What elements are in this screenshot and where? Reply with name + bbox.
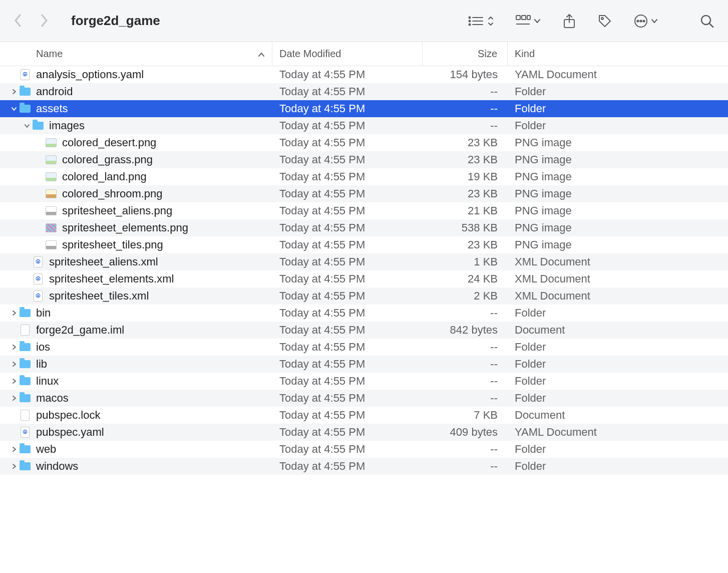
file-size: -- [423, 305, 508, 322]
disclosure-triangle[interactable] [9, 362, 19, 367]
file-row[interactable]: colored_grass.pngToday at 4:55 PM23 KBPN… [0, 151, 728, 168]
file-row[interactable]: assetsToday at 4:55 PM--Folder [0, 100, 728, 117]
disclosure-triangle[interactable] [9, 106, 19, 111]
svg-point-16 [643, 20, 644, 22]
file-row[interactable]: ⦿spritesheet_tiles.xmlToday at 4:55 PM2 … [0, 288, 728, 305]
back-button[interactable] [14, 14, 23, 28]
folder-icon [19, 103, 31, 115]
file-name: colored_shroom.png [62, 185, 163, 202]
image-icon [45, 239, 57, 251]
search-button[interactable] [700, 14, 714, 28]
file-date: Today at 4:55 PM [272, 441, 423, 458]
chevron-right-icon [40, 14, 48, 27]
file-kind: YAML Document [508, 424, 728, 441]
document-icon [19, 409, 31, 421]
file-name: colored_desert.png [62, 134, 156, 151]
file-row[interactable]: ⦿spritesheet_elements.xmlToday at 4:55 P… [0, 270, 728, 288]
disclosure-triangle[interactable] [9, 447, 19, 452]
file-row[interactable]: spritesheet_elements.pngToday at 4:55 PM… [0, 219, 728, 236]
folder-icon [19, 443, 31, 455]
disclosure-triangle[interactable] [9, 464, 19, 469]
file-size: 842 bytes [423, 322, 508, 339]
file-kind: XML Document [508, 270, 728, 288]
file-name: pubspec.lock [36, 407, 100, 424]
group-button[interactable] [516, 15, 541, 27]
tags-button[interactable] [598, 14, 612, 28]
share-icon [563, 14, 576, 29]
svg-point-15 [640, 20, 641, 22]
file-kind: Folder [508, 339, 728, 356]
more-button[interactable] [634, 14, 658, 28]
folder-icon [19, 341, 31, 353]
image-icon [45, 137, 57, 149]
forward-button[interactable] [40, 14, 49, 28]
folder-icon [19, 460, 31, 472]
file-row[interactable]: macosToday at 4:55 PM--Folder [0, 390, 728, 407]
file-row[interactable]: colored_land.pngToday at 4:55 PM19 KBPNG… [0, 168, 728, 185]
file-row[interactable]: iosToday at 4:55 PM--Folder [0, 339, 728, 356]
tag-icon [598, 14, 612, 28]
file-kind: Folder [508, 117, 728, 134]
file-row[interactable]: ⦿spritesheet_aliens.xmlToday at 4:55 PM1… [0, 253, 728, 270]
disclosure-triangle[interactable] [9, 89, 19, 94]
window-title: forge2d_game [71, 13, 160, 29]
file-row[interactable]: androidToday at 4:55 PM--Folder [0, 83, 728, 100]
file-size: -- [423, 117, 508, 134]
file-name: spritesheet_aliens.xml [49, 253, 158, 270]
disclosure-triangle[interactable] [9, 311, 19, 316]
file-kind: PNG image [508, 185, 728, 202]
file-size: 23 KB [423, 151, 508, 168]
file-date: Today at 4:55 PM [272, 424, 423, 441]
folder-icon [19, 86, 31, 98]
file-row[interactable]: ⦿analysis_options.yamlToday at 4:55 PM15… [0, 66, 728, 83]
column-header-size[interactable]: Size [423, 42, 508, 66]
file-date: Today at 4:55 PM [272, 168, 423, 185]
share-button[interactable] [563, 14, 576, 29]
file-row[interactable]: windowsToday at 4:55 PM--Folder [0, 458, 728, 475]
nav-arrows [14, 14, 49, 28]
column-label: Date Modified [279, 48, 341, 60]
document-icon: ⦿ [19, 426, 31, 438]
file-row[interactable]: binToday at 4:55 PM--Folder [0, 305, 728, 322]
file-kind: Folder [508, 100, 728, 117]
document-icon: ⦿ [32, 290, 44, 302]
file-kind: YAML Document [508, 66, 728, 83]
file-row[interactable]: ⦿pubspec.yamlToday at 4:55 PM409 bytesYA… [0, 424, 728, 441]
file-date: Today at 4:55 PM [272, 117, 423, 134]
file-row[interactable]: imagesToday at 4:55 PM--Folder [0, 117, 728, 134]
file-size: 21 KB [423, 202, 508, 219]
file-row[interactable]: forge2d_game.imlToday at 4:55 PM842 byte… [0, 322, 728, 339]
view-list-button[interactable] [468, 15, 494, 27]
file-row[interactable]: linuxToday at 4:55 PM--Folder [0, 373, 728, 390]
file-name: windows [36, 458, 78, 475]
folder-icon [19, 375, 31, 387]
folder-icon [19, 358, 31, 370]
file-row[interactable]: colored_shroom.pngToday at 4:55 PM23 KBP… [0, 185, 728, 202]
column-header-date[interactable]: Date Modified [272, 42, 423, 66]
column-label: Kind [515, 48, 535, 60]
file-date: Today at 4:55 PM [272, 185, 423, 202]
disclosure-triangle[interactable] [9, 379, 19, 384]
svg-point-4 [469, 24, 471, 25]
file-row[interactable]: webToday at 4:55 PM--Folder [0, 441, 728, 458]
file-row[interactable]: colored_desert.pngToday at 4:55 PM23 KBP… [0, 134, 728, 151]
file-row[interactable]: libToday at 4:55 PM--Folder [0, 356, 728, 373]
column-header-kind[interactable]: Kind [508, 42, 728, 66]
file-row[interactable]: spritesheet_tiles.pngToday at 4:55 PM23 … [0, 236, 728, 253]
column-header-name[interactable]: Name [0, 42, 272, 66]
file-row[interactable]: spritesheet_aliens.pngToday at 4:55 PM21… [0, 202, 728, 219]
column-label: Name [36, 48, 63, 60]
disclosure-triangle[interactable] [9, 345, 19, 350]
grid-icon [516, 15, 531, 27]
file-kind: PNG image [508, 151, 728, 168]
file-size: -- [423, 100, 508, 117]
disclosure-triangle[interactable] [9, 396, 19, 401]
file-name: analysis_options.yaml [36, 66, 144, 83]
folder-icon [32, 120, 44, 132]
file-kind: PNG image [508, 168, 728, 185]
disclosure-triangle[interactable] [22, 123, 32, 128]
file-kind: XML Document [508, 253, 728, 270]
file-kind: Folder [508, 441, 728, 458]
column-headers: Name Date Modified Size Kind [0, 42, 728, 66]
file-row[interactable]: pubspec.lockToday at 4:55 PM7 KBDocument [0, 407, 728, 424]
